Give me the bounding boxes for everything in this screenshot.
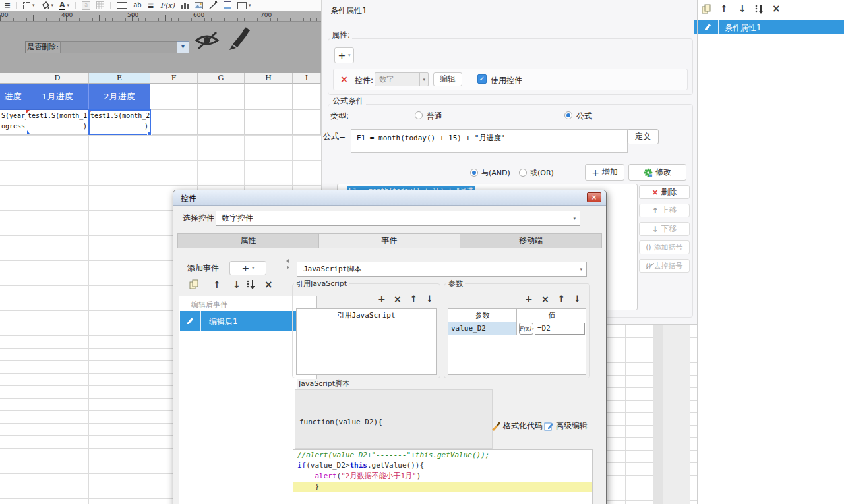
delete-field-input[interactable]: [60, 41, 177, 53]
cell[interactable]: [198, 84, 245, 110]
formula-icon[interactable]: F(x): [160, 2, 175, 9]
and-radio[interactable]: [470, 169, 478, 177]
cell-formula-partial[interactable]: S(year_ ogress): [0, 110, 26, 135]
copy-icon[interactable]: [702, 4, 711, 14]
font-dropdown-icon[interactable]: ▾: [67, 3, 70, 8]
event-type-combo[interactable]: JavaScript脚本 ▾: [297, 262, 587, 277]
selection-icon[interactable]: [23, 2, 30, 9]
tab-events[interactable]: 事件: [318, 233, 460, 248]
ref-up-icon[interactable]: ↑: [410, 294, 417, 303]
or-radio[interactable]: [519, 169, 527, 177]
selection-dropdown-icon[interactable]: ▾: [32, 3, 35, 8]
collapse-left-icon[interactable]: [286, 259, 289, 263]
column-header[interactable]: [0, 73, 26, 84]
column-header-e[interactable]: E: [89, 73, 150, 84]
delete-condition-button[interactable]: × 删除: [639, 185, 690, 199]
move-up-icon[interactable]: ↑: [720, 4, 728, 13]
shape-icon[interactable]: [237, 2, 247, 9]
align-icon[interactable]: ≡: [4, 1, 11, 9]
add-condition-button[interactable]: + 增加: [585, 164, 624, 181]
move-event-up-icon[interactable]: ↑: [213, 280, 221, 289]
unmerge-cells-icon[interactable]: [96, 1, 104, 9]
fx-button[interactable]: F(x) ▾: [519, 323, 533, 335]
font-color-icon[interactable]: A: [59, 1, 65, 10]
add-event-button[interactable]: + ▾: [229, 261, 266, 275]
column-header-i[interactable]: I: [293, 73, 321, 84]
combo-dropdown-button[interactable]: ▼: [177, 41, 189, 53]
cell-title-partial[interactable]: 进度: [0, 84, 26, 110]
copy-event-icon[interactable]: [189, 279, 199, 289]
line-tool-icon[interactable]: [209, 1, 218, 9]
dialog-close-button[interactable]: ×: [587, 192, 601, 202]
widget-type-select[interactable]: 数字 ▾: [375, 72, 429, 86]
tab-properties[interactable]: 属性: [177, 233, 319, 248]
param-up-icon[interactable]: ↑: [558, 294, 565, 303]
code-editor[interactable]: //alert(value_D2+"-------"+this.getValue…: [293, 449, 593, 504]
remove-bracket-button[interactable]: () 去掉括号: [639, 259, 690, 273]
param-name-cell[interactable]: value_D2: [448, 322, 517, 335]
column-header-g[interactable]: G: [198, 73, 245, 84]
use-widget-checkbox[interactable]: ✓: [477, 74, 487, 84]
cell[interactable]: [245, 84, 293, 110]
event-edit-cell[interactable]: [180, 311, 201, 331]
edit-widget-icon[interactable]: [227, 27, 251, 51]
param-value-input[interactable]: =D2: [535, 323, 585, 335]
column-header-f[interactable]: F: [150, 73, 198, 84]
delete-event-icon[interactable]: ×: [264, 280, 273, 290]
multiline-icon[interactable]: ≣: [148, 1, 154, 9]
cell[interactable]: [150, 110, 198, 135]
column-header-d[interactable]: D: [26, 73, 89, 84]
ref-js-table[interactable]: 引用JavaScript: [296, 308, 437, 375]
select-widget-combo[interactable]: 数字控件 ▾: [216, 211, 580, 226]
normal-type-radio[interactable]: [415, 111, 423, 119]
sort-icon[interactable]: [754, 3, 765, 14]
tab-mobile[interactable]: 移动端: [460, 233, 602, 248]
fill-color-icon[interactable]: [41, 1, 49, 9]
shape-dropdown-icon[interactable]: ▾: [249, 3, 251, 8]
pane-splitter[interactable]: [285, 256, 291, 504]
selected-cell-outline[interactable]: [88, 109, 151, 136]
define-formula-button[interactable]: 定义: [627, 129, 659, 144]
attribute-list-selected-item[interactable]: 条件属性1: [698, 20, 844, 34]
textarea-widget-icon[interactable]: ab: [133, 2, 141, 9]
report-block-icon[interactable]: [224, 1, 231, 9]
column-header-h[interactable]: H: [245, 73, 293, 84]
move-down-condition-button[interactable]: ↓ 下移: [639, 222, 690, 236]
collapse-right-icon[interactable]: [287, 266, 289, 269]
sort-events-icon[interactable]: [246, 279, 256, 290]
move-down-icon[interactable]: ↓: [738, 4, 746, 13]
delete-ref-icon[interactable]: ×: [394, 294, 402, 304]
cell[interactable]: [245, 110, 293, 135]
remove-attribute-icon[interactable]: ×: [340, 74, 348, 84]
image-icon[interactable]: [195, 2, 203, 9]
dialog-titlebar[interactable]: 控件 ×: [173, 190, 606, 206]
add-attribute-button[interactable]: + ▾: [334, 47, 354, 63]
param-down-icon[interactable]: ↓: [574, 294, 581, 303]
add-bracket-button[interactable]: () 添加括号: [639, 240, 690, 254]
cell[interactable]: [293, 110, 321, 135]
delete-icon[interactable]: ×: [772, 4, 781, 14]
cell-title-e2[interactable]: 2月进度: [89, 84, 150, 110]
move-up-condition-button[interactable]: ↑ 上移: [639, 204, 690, 217]
edit-widget-button[interactable]: 编辑: [433, 72, 462, 86]
cell-title-d2[interactable]: 1月进度: [26, 84, 89, 110]
merge-cells-icon[interactable]: a: [82, 1, 90, 10]
textfield-widget-icon[interactable]: [117, 2, 127, 9]
cell[interactable]: [293, 84, 321, 110]
cell[interactable]: [150, 84, 198, 110]
advanced-edit-button[interactable]: 高级编辑: [544, 420, 588, 432]
cell[interactable]: [198, 110, 245, 135]
hide-widget-icon[interactable]: [194, 31, 220, 50]
modify-condition-button[interactable]: 修改: [628, 164, 686, 181]
format-code-button[interactable]: 格式化代码: [491, 420, 543, 432]
add-param-icon[interactable]: +: [525, 294, 533, 304]
ref-down-icon[interactable]: ↓: [426, 294, 433, 303]
fill-dropdown-icon[interactable]: ▾: [51, 3, 54, 8]
item-edit-cell[interactable]: [698, 20, 719, 34]
delete-param-icon[interactable]: ×: [541, 294, 549, 304]
cell-formula-d3[interactable]: test1.S(month_1 ): [26, 110, 89, 135]
chart-icon[interactable]: [181, 1, 189, 9]
formula-input[interactable]: E1 = month(today() + 15) + "月进度": [351, 129, 628, 153]
formula-type-radio[interactable]: [564, 111, 572, 119]
move-event-down-icon[interactable]: ↓: [233, 280, 241, 289]
